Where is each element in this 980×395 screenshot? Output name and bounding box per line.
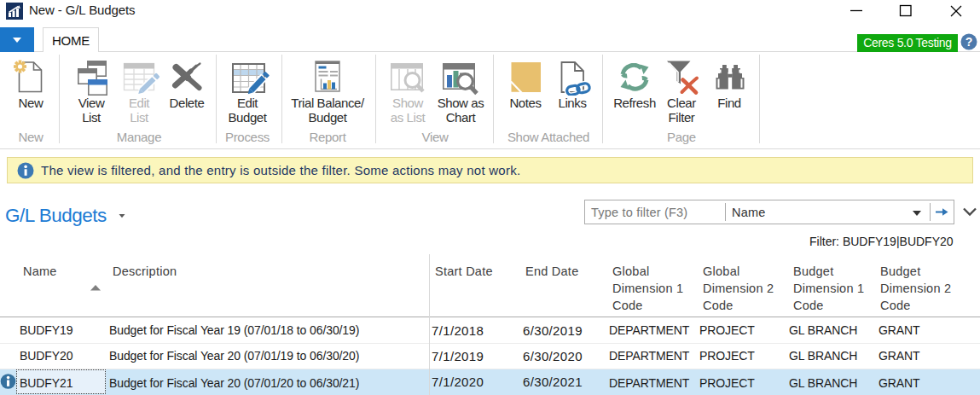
svg-text:?: ? [966,35,973,49]
